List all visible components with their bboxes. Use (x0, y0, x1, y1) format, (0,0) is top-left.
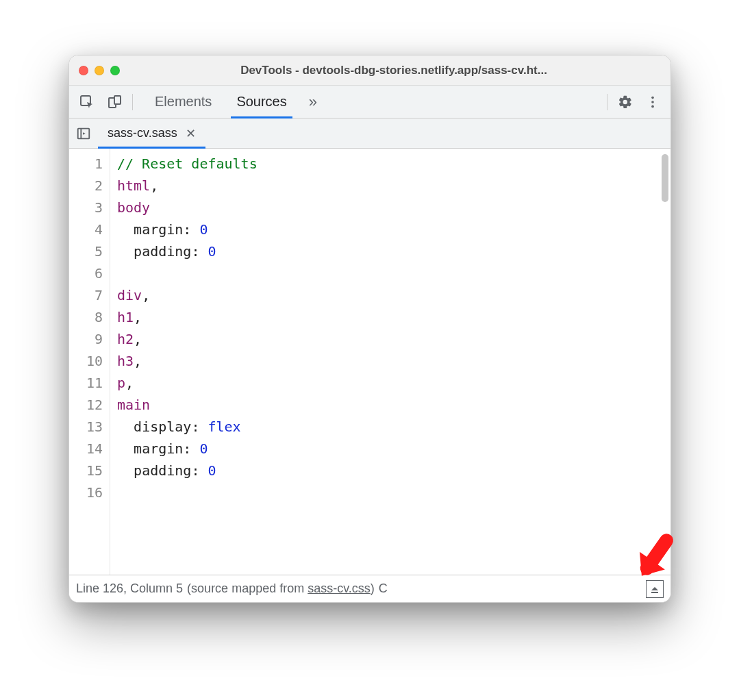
device-toolbar-icon[interactable] (101, 88, 128, 116)
more-tabs-icon[interactable]: » (299, 93, 327, 111)
settings-icon[interactable] (612, 88, 639, 116)
line-number-gutter: 12345678910111213141516 (69, 149, 110, 575)
close-window-button[interactable] (79, 66, 88, 75)
code-line[interactable]: h2, (117, 328, 670, 350)
minimize-window-button[interactable] (95, 66, 104, 75)
code-line[interactable]: // Reset defaults (117, 153, 670, 175)
source-map-info: (source mapped from sass-cv.css) (187, 582, 375, 596)
scrollbar-thumb[interactable] (662, 154, 668, 202)
code-line[interactable]: margin: 0 (117, 218, 670, 240)
line-number: 7 (69, 284, 103, 306)
line-number: 1 (69, 153, 103, 175)
maximize-window-button[interactable] (110, 66, 120, 75)
cursor-position: Line 126, Column 5 (76, 582, 183, 596)
more-options-icon[interactable] (639, 88, 666, 116)
devtools-window: DevTools - devtools-dbg-stories.netlify.… (68, 55, 671, 603)
code-line[interactable]: h3, (117, 350, 670, 372)
line-number: 13 (69, 416, 103, 438)
tab-label: Sources (236, 94, 286, 110)
line-number: 4 (69, 218, 103, 240)
file-tab-label: sass-cv.sass (108, 126, 177, 140)
tab-elements[interactable]: Elements (142, 86, 224, 118)
code-line[interactable]: div, (117, 284, 670, 306)
code-line[interactable]: padding: 0 (117, 460, 670, 482)
code-content[interactable]: // Reset defaultshtml,body margin: 0 pad… (110, 149, 670, 575)
svg-point-5 (651, 105, 654, 108)
line-number: 15 (69, 460, 103, 482)
close-tab-icon[interactable]: ✕ (186, 126, 196, 141)
code-line[interactable]: display: flex (117, 416, 670, 438)
code-line[interactable]: p, (117, 372, 670, 394)
status-bar: Line 126, Column 5 (source mapped from s… (69, 575, 670, 602)
traffic-lights (79, 66, 120, 75)
line-number: 6 (69, 262, 103, 284)
svg-point-3 (651, 96, 654, 99)
panel-tabs: Elements Sources (142, 86, 299, 118)
line-number: 10 (69, 350, 103, 372)
svg-point-4 (651, 101, 654, 103)
code-line[interactable]: margin: 0 (117, 438, 670, 460)
show-console-icon[interactable] (646, 580, 664, 598)
line-number: 8 (69, 306, 103, 328)
code-editor[interactable]: 12345678910111213141516 // Reset default… (69, 149, 670, 575)
code-line[interactable]: html, (117, 175, 670, 197)
svg-rect-2 (114, 96, 121, 104)
tab-sources[interactable]: Sources (224, 86, 299, 118)
tab-label: Elements (155, 94, 212, 110)
line-number: 14 (69, 438, 103, 460)
code-line[interactable]: padding: 0 (117, 240, 670, 262)
code-line[interactable] (117, 262, 670, 284)
line-number: 12 (69, 394, 103, 416)
code-line[interactable]: h1, (117, 306, 670, 328)
line-number: 16 (69, 482, 103, 503)
code-line[interactable] (117, 482, 670, 503)
source-map-link[interactable]: sass-cv.css (308, 582, 371, 595)
line-number: 9 (69, 328, 103, 350)
separator (607, 94, 607, 110)
separator (132, 94, 133, 110)
code-line[interactable]: body (117, 197, 670, 218)
navigator-toggle-icon[interactable] (69, 118, 98, 148)
truncated-text: C (379, 582, 388, 596)
file-tab-bar: sass-cv.sass ✕ (69, 118, 670, 149)
line-number: 3 (69, 197, 103, 218)
window-title: DevTools - devtools-dbg-stories.netlify.… (127, 64, 661, 77)
titlebar: DevTools - devtools-dbg-stories.netlify.… (69, 55, 670, 86)
line-number: 2 (69, 175, 103, 197)
main-toolbar: Elements Sources » (69, 86, 670, 118)
line-number: 11 (69, 372, 103, 394)
code-line[interactable]: main (117, 394, 670, 416)
file-tab-sass-cv[interactable]: sass-cv.sass ✕ (98, 118, 205, 148)
line-number: 5 (69, 240, 103, 262)
inspect-element-icon[interactable] (73, 88, 101, 116)
